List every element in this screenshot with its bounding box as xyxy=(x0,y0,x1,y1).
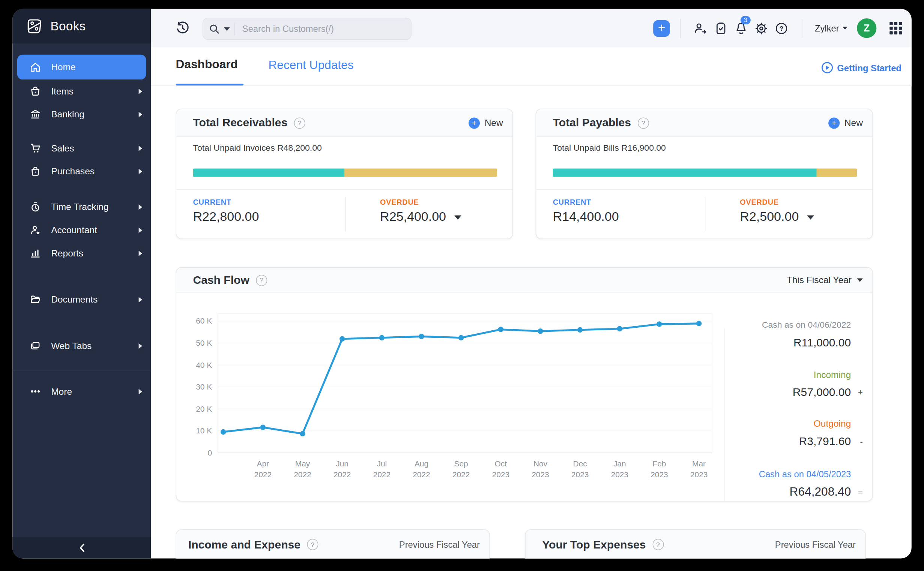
card-vertical-divider xyxy=(705,197,706,232)
sidebar-item-purchases[interactable]: Purchases xyxy=(12,160,151,183)
sidebar-item-more[interactable]: More xyxy=(12,380,151,403)
card-header: Income and Expense ? Previous Fiscal Yea… xyxy=(176,530,489,559)
card-title: Total Receivables xyxy=(193,116,287,130)
fiscal-year-selector[interactable]: This Fiscal Year xyxy=(787,275,863,286)
svg-text:2022: 2022 xyxy=(294,470,311,479)
sidebar-item-documents[interactable]: Documents xyxy=(12,288,151,311)
chevron-right-icon xyxy=(138,204,142,210)
svg-text:20 K: 20 K xyxy=(196,404,212,413)
org-name[interactable]: Zylker xyxy=(815,23,839,33)
sidebar-item-reports[interactable]: Reports xyxy=(12,241,151,265)
closing-cash-link[interactable]: Cash as on 04/05/2023 xyxy=(759,469,851,479)
opening-cash-value: R11,000.00 xyxy=(793,337,851,350)
sidebar-item-label: Documents xyxy=(51,294,128,304)
sidebar-item-web-tabs[interactable]: Web Tabs xyxy=(12,334,151,357)
sidebar-item-label: Banking xyxy=(51,109,128,119)
help-icon[interactable]: ? xyxy=(771,21,791,35)
chevron-right-icon xyxy=(138,389,142,394)
recent-history-icon[interactable] xyxy=(176,22,190,35)
svg-text:2022: 2022 xyxy=(254,470,272,479)
logo-area[interactable]: Books xyxy=(12,9,151,43)
notifications-bell-icon[interactable]: 3 xyxy=(731,21,751,35)
announcements-clipboard-icon[interactable] xyxy=(711,21,731,35)
cash-flow-card: Cash Flow ? This Fiscal Year 010 K20 K30… xyxy=(176,267,873,501)
settings-gear-icon[interactable] xyxy=(751,21,772,35)
active-tab-underline xyxy=(176,83,244,85)
svg-text:50 K: 50 K xyxy=(196,338,212,347)
sidebar-item-label: Accountant xyxy=(51,225,128,235)
incoming-value: R57,000.00 xyxy=(793,386,851,399)
overdue-label: OVERDUE xyxy=(380,198,419,207)
previous-fiscal-year-label: Previous Fiscal Year xyxy=(775,540,856,549)
accountant-icon xyxy=(29,224,41,235)
search-input[interactable] xyxy=(241,23,380,34)
sidebar-item-items[interactable]: Items xyxy=(12,79,151,103)
total-payables-card: Total Payables ? + New Total Unpaid Bill… xyxy=(536,109,873,239)
tab-dashboard[interactable]: Dashboard xyxy=(176,58,238,71)
search-scope-caret-icon[interactable] xyxy=(224,27,230,30)
chevron-right-icon xyxy=(138,145,142,151)
svg-text:2023: 2023 xyxy=(571,470,589,479)
topbar-divider xyxy=(680,19,681,38)
search-divider xyxy=(235,22,235,35)
sidebar-item-accountant[interactable]: Accountant xyxy=(12,219,151,242)
svg-text:Jan: Jan xyxy=(613,459,626,468)
sidebar-item-sales[interactable]: Sales xyxy=(12,136,151,160)
more-dots-icon xyxy=(29,386,41,397)
card-header: Your Top Expenses ? Previous Fiscal Year xyxy=(525,530,865,559)
help-icon[interactable]: ? xyxy=(638,117,649,129)
outgoing-operator: - xyxy=(860,437,863,446)
help-icon[interactable]: ? xyxy=(256,275,267,286)
svg-text:2022: 2022 xyxy=(373,470,391,479)
new-payable-button[interactable]: + New xyxy=(828,117,863,129)
play-circle-icon xyxy=(821,62,833,74)
collapse-sidebar-button[interactable] xyxy=(12,537,151,559)
receivables-progress-bar xyxy=(193,169,497,177)
sidebar-item-label: Purchases xyxy=(51,166,128,176)
new-receivable-button[interactable]: + New xyxy=(468,117,503,129)
overdue-dropdown-caret-icon[interactable] xyxy=(454,215,462,219)
summary-divider xyxy=(724,328,725,501)
getting-started-link[interactable]: Getting Started xyxy=(821,62,901,74)
org-caret-icon[interactable] xyxy=(842,26,847,29)
svg-text:2023: 2023 xyxy=(532,470,549,479)
help-icon[interactable]: ? xyxy=(307,539,318,550)
sales-icon xyxy=(29,142,41,154)
help-icon[interactable]: ? xyxy=(294,117,305,129)
tab-recent-updates[interactable]: Recent Updates xyxy=(268,58,353,72)
documents-icon xyxy=(29,294,41,305)
apps-grid-icon[interactable] xyxy=(888,21,903,35)
sidebar-nav: Home Items Banking Sales xyxy=(12,43,151,403)
svg-text:30 K: 30 K xyxy=(196,383,212,391)
card-divider xyxy=(176,189,513,190)
card-title: Total Payables xyxy=(553,116,631,130)
svg-text:2023: 2023 xyxy=(690,470,708,479)
sidebar-separator xyxy=(12,370,151,370)
sidebar-item-label: Time Tracking xyxy=(51,201,128,212)
time-tracking-icon xyxy=(29,201,41,213)
help-icon[interactable]: ? xyxy=(652,539,664,550)
cash-flow-chart: 010 K20 K30 K40 K50 K60 KApr2022May2022J… xyxy=(181,313,719,483)
user-avatar[interactable]: Z xyxy=(857,19,876,38)
chevron-right-icon xyxy=(138,296,142,302)
chevron-right-icon xyxy=(138,343,142,349)
svg-text:Feb: Feb xyxy=(652,459,666,468)
global-search[interactable] xyxy=(202,18,411,40)
svg-text:Apr: Apr xyxy=(257,459,269,468)
sidebar-item-home[interactable]: Home xyxy=(17,55,146,79)
sidebar-item-label: Reports xyxy=(51,248,128,258)
svg-text:2023: 2023 xyxy=(492,470,510,479)
quick-create-button[interactable]: + xyxy=(653,20,670,36)
new-button-label: New xyxy=(485,117,503,128)
referral-users-icon[interactable] xyxy=(691,21,711,35)
sidebar-item-banking[interactable]: Banking xyxy=(12,103,151,126)
svg-text:2022: 2022 xyxy=(453,470,470,479)
overdue-dropdown-caret-icon[interactable] xyxy=(807,215,814,219)
web-tabs-icon xyxy=(29,340,41,351)
sidebar-item-time-tracking[interactable]: Time Tracking xyxy=(12,195,151,219)
svg-text:2023: 2023 xyxy=(651,470,668,479)
notification-badge: 3 xyxy=(740,16,751,24)
incoming-label: Incoming xyxy=(814,370,851,380)
topbar-right: + 3 ? Zylker xyxy=(653,9,911,48)
payables-current-segment xyxy=(553,169,817,177)
